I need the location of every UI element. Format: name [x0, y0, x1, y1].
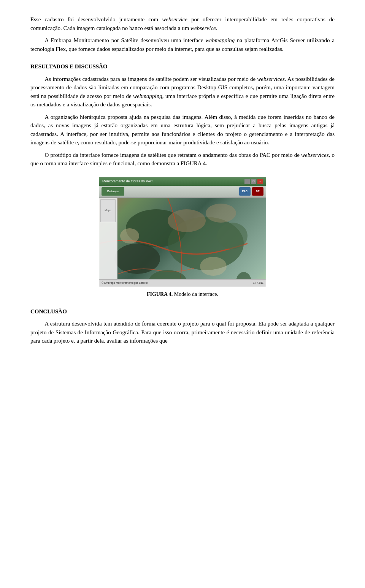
- webservice-italic-1: webservice: [162, 16, 187, 22]
- paragraph-conclusao: A estrutura desenvolvida tem atendido de…: [30, 319, 335, 345]
- paragraph-4: A organização hierárquica proposta ajuda…: [30, 113, 335, 147]
- map-header-bar: Embrapa PAC BR: [99, 186, 266, 198]
- map-status-bar: © Embrapa Monitoramento por Satélite 1 :…: [99, 279, 266, 287]
- svg-point-9: [236, 272, 251, 279]
- svg-point-5: [120, 228, 139, 243]
- embrapa-logo: Embrapa: [102, 187, 124, 196]
- figure-4-container: Monitoramento de Obras do PAC _ □ × Embr: [99, 177, 266, 298]
- svg-point-6: [200, 257, 227, 276]
- webservices-italic-1: webservices: [257, 76, 284, 82]
- paragraph-1: Esse cadastro foi desenvolvolvido juntam…: [30, 15, 335, 32]
- embrapa-logo-text: Embrapa: [107, 190, 119, 194]
- map-title-bar: Monitoramento de Obras do PAC _ □ ×: [99, 177, 266, 186]
- map-sidebar: Mapa: [99, 198, 117, 279]
- map-status-right: 1 : 4.811: [253, 281, 263, 285]
- webmapping-italic-2: webmapping: [133, 93, 162, 99]
- figure-4-image: Monitoramento de Obras do PAC _ □ × Embr: [99, 177, 266, 287]
- webservice-italic-2: webservice: [190, 25, 216, 31]
- section-heading-conclusao: CONCLUSÃO: [30, 307, 335, 316]
- map-title-text: Monitoramento de Obras do PAC: [102, 179, 152, 184]
- legend-thumbnail: Mapa: [100, 199, 116, 222]
- page-content: Esse cadastro foi desenvolvolvido juntam…: [30, 15, 335, 345]
- map-svg: [99, 198, 266, 279]
- paragraph-2: A Embrapa Monitoramento por Satélite des…: [30, 36, 335, 53]
- paragraph-3: As informações cadastradas para as image…: [30, 75, 335, 109]
- webservices-italic-2: webservices: [301, 152, 328, 158]
- webmapping-italic-1: webmapping: [205, 37, 235, 43]
- svg-point-4: [206, 204, 236, 223]
- section-heading-resultados: RESULTADOS E DISCUSSÃO: [30, 62, 335, 71]
- figure-4-caption: FIGURA 4. Modelo da interface.: [147, 290, 218, 298]
- figure-4-caption-text: Modelo da interface.: [173, 291, 218, 297]
- map-display-area: + −: [99, 198, 266, 279]
- svg-point-7: [217, 223, 248, 249]
- map-status-left: © Embrapa Monitoramento por Satélite: [102, 281, 148, 285]
- paragraph-5: O protótipo da interface fornece imagens…: [30, 151, 335, 168]
- figure-4-label: FIGURA 4.: [147, 291, 173, 297]
